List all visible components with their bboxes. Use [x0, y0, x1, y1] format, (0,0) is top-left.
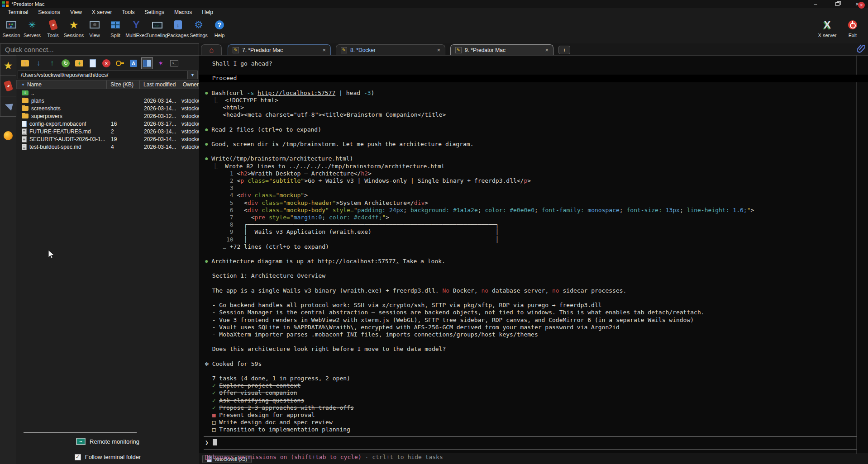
file-toolbar-key-button[interactable]	[114, 57, 126, 69]
terminal-line: 9 │ Wails v3 Application (wraith.exe) │	[205, 228, 868, 236]
file-md-icon	[22, 136, 27, 142]
toolbar-label-packages: Packages	[167, 33, 189, 38]
toolbar-button-session[interactable]: Session	[1, 16, 22, 43]
terminal-line: - Go backend handles all protocol work: …	[205, 302, 868, 309]
table-row-screenshots[interactable]: screenshots2026-03-14...vstockw...	[16, 104, 199, 112]
file-toolbar-upload-button[interactable]	[46, 57, 58, 69]
file-toolbar-refresh-button[interactable]	[60, 57, 72, 69]
sidebar-macros-button[interactable]	[0, 96, 16, 117]
table-row-plans[interactable]: plans2026-03-14...vstockw...	[16, 97, 199, 104]
file-toolbar-delete-button[interactable]	[100, 57, 112, 69]
path-dropdown-button[interactable]: ▼	[188, 71, 198, 79]
terminal-line: 7 <pre style="margin:0; color: #c4c4ff;"…	[205, 214, 868, 221]
follow-terminal-folder-label: Follow terminal folder	[85, 454, 141, 460]
table-row-superpowers[interactable]: superpowers2026-03-12...vstockw...	[16, 112, 199, 120]
file-modified-cell: 2026-03-14...	[140, 136, 179, 142]
toolbar-button-exit[interactable]: Exit	[840, 16, 865, 43]
follow-terminal-folder-checkbox[interactable]: Follow terminal folder	[16, 454, 199, 460]
remote-monitoring-button[interactable]: Remote monitoring	[16, 438, 199, 445]
wand-icon	[158, 60, 163, 67]
terminal-line: □ Transition to implementation planning	[205, 426, 868, 433]
file-md-icon	[22, 128, 27, 135]
path-input[interactable]: /Users/vstockwell/repos/wraith/docs/	[18, 71, 188, 79]
column-header-modified[interactable]: Last modified	[139, 80, 179, 89]
terminal-line	[205, 133, 868, 141]
new-tab-button[interactable]: +	[558, 46, 570, 54]
macros-plane-icon	[4, 102, 13, 111]
toolbar-button-packages[interactable]: Packages	[167, 16, 188, 43]
toolbar-button-settings[interactable]: Settings	[188, 16, 209, 43]
checkbox-checked-icon[interactable]	[75, 454, 81, 460]
folder-icon	[22, 98, 29, 103]
maximize-button[interactable]	[830, 0, 844, 8]
toolbar-button-split[interactable]: Split	[105, 16, 126, 43]
attachments-paperclip-icon[interactable]	[857, 44, 865, 55]
exit-icon	[848, 20, 857, 29]
column-header-owner[interactable]: Owner	[179, 80, 199, 89]
servers-icon	[29, 19, 36, 30]
tab-close-icon[interactable]: ×	[322, 47, 326, 53]
column-header-size[interactable]: Size (KB)	[106, 80, 139, 89]
toolbar-button-tools[interactable]: Tools	[43, 16, 63, 43]
sidebar-tools-button[interactable]	[0, 76, 16, 96]
toolbar-button-multiexec[interactable]: MultiExec	[126, 16, 147, 43]
terminal-line: ⏺ Good, screen dir is /tmp/brainstorm. L…	[205, 141, 868, 148]
table-row-config-export-mobaconf[interactable]: config-export.mobaconf162026-03-17...vst…	[16, 120, 199, 128]
menu-item-view[interactable]: View	[65, 9, 87, 15]
sidebar-sessions-button[interactable]	[0, 56, 16, 76]
tab-close-icon[interactable]: ×	[437, 47, 440, 53]
tab-label: 8. *Docker	[350, 47, 434, 53]
file-toolbar-parent-folder-button[interactable]	[19, 57, 31, 69]
terminal-line: 10 │ │	[205, 236, 868, 243]
file-md-icon	[22, 144, 27, 150]
tab-close-icon[interactable]: ×	[545, 47, 548, 53]
file-toolbar-wand-button[interactable]	[155, 57, 167, 69]
file-toolbar-new-folder-button[interactable]	[73, 57, 85, 69]
terminal-output[interactable]: Shall I go ahead? Proceed⏺ Bash(curl -s …	[199, 56, 868, 434]
terminal-prompt-box[interactable]: ❯	[204, 436, 857, 450]
file-toolbar-terminal-button[interactable]	[168, 57, 180, 69]
column-header-name[interactable]: ▼ Name	[17, 80, 106, 89]
tab-7-predator-mac[interactable]: 7. *Predator Mac×	[228, 44, 331, 55]
tab-9-predator-mac[interactable]: 9. *Predator Mac×	[450, 44, 553, 55]
terminal-line: ⏺ Write(/tmp/brainstorm/architecture.htm…	[205, 155, 868, 162]
globe-icon[interactable]	[4, 131, 13, 140]
table-row-[interactable]: ..	[16, 89, 199, 97]
file-toolbar-new-file-button[interactable]	[87, 57, 99, 69]
toolbar-button-x-server[interactable]: X server	[815, 16, 840, 43]
file-size-cell: 19	[107, 136, 140, 142]
toolbar-button-sessions[interactable]: Sessions	[63, 16, 84, 43]
menu-item-help[interactable]: Help	[197, 9, 218, 15]
dual-pane-icon	[143, 60, 151, 67]
menu-item-terminal[interactable]: Terminal	[3, 9, 33, 15]
terminal-close-button[interactable]: ×	[858, 2, 865, 9]
key-icon	[116, 59, 124, 67]
file-name-label: config-export.mobaconf	[29, 121, 86, 127]
table-row-test-buildout-spec-md[interactable]: test-buildout-spec.md42026-03-14...vstoc…	[16, 143, 199, 151]
terminal-pane[interactable]: Shall I go ahead? Proceed⏺ Bash(curl -s …	[199, 56, 868, 454]
terminal-line: - Vault uses SQLite in %APPDATA%\Wraith\…	[205, 324, 868, 331]
toolbar-button-view[interactable]: View	[84, 16, 105, 43]
tab-home[interactable]	[201, 44, 222, 55]
menu-item-x-server[interactable]: X server	[87, 9, 117, 15]
quick-connect-input[interactable]: Quick connect...	[0, 43, 199, 56]
toolbar-button-tunneling[interactable]: Tunneling	[147, 16, 167, 43]
minimize-button[interactable]: –	[808, 0, 823, 8]
file-name-label: plans	[31, 98, 44, 104]
menu-item-macros[interactable]: Macros	[169, 9, 197, 15]
toolbar-button-help[interactable]: Help	[209, 16, 230, 43]
table-row-future-features-md[interactable]: FUTURE-FEATURES.md22026-03-14...vstockw.…	[16, 128, 199, 135]
file-toolbar-rename-button[interactable]	[128, 57, 139, 69]
menu-item-settings[interactable]: Settings	[140, 9, 169, 15]
file-name-cell: ..	[16, 90, 107, 96]
monitor-icon	[76, 438, 86, 445]
path-row: /Users/vstockwell/repos/wraith/docs/ ▼	[18, 71, 198, 79]
menu-item-tools[interactable]: Tools	[117, 9, 140, 15]
file-toolbar-dual-pane-button[interactable]	[141, 57, 153, 69]
menu-item-sessions[interactable]: Sessions	[33, 9, 65, 15]
file-toolbar-download-button[interactable]	[33, 57, 44, 69]
file-modified-cell: 2026-03-17...	[140, 121, 179, 127]
toolbar-button-servers[interactable]: Servers	[22, 16, 43, 43]
tab-8-docker[interactable]: 8. *Docker×	[336, 44, 445, 55]
table-row-security-audit-2026-03-1[interactable]: SECURITY-AUDIT-2026-03-1...192026-03-14.…	[16, 135, 199, 143]
